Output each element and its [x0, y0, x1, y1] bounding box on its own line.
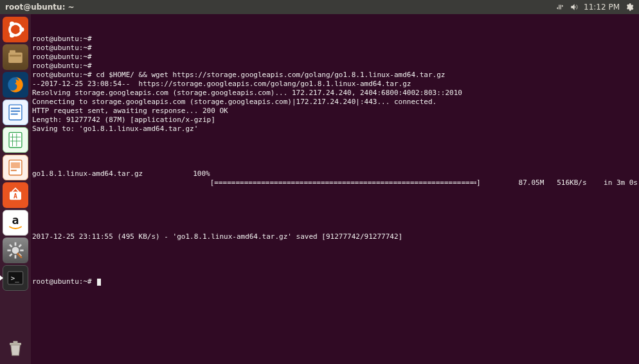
- progress-stats: 87.05M 516KB/s in 3m 0s: [481, 169, 638, 196]
- work-area: A a >_ root@ubuntu:~#root@ubuntu:~#root@…: [0, 14, 639, 364]
- launcher-trash[interactable]: [3, 336, 28, 361]
- launcher-software-center[interactable]: A: [3, 182, 28, 208]
- launcher-settings[interactable]: [3, 238, 28, 263]
- network-icon[interactable]: [555, 3, 564, 12]
- top-menubar: root@ubuntu: ~ 11:12 PM: [0, 0, 639, 14]
- terminal-line: root@ubuntu:~#: [32, 44, 638, 53]
- svg-rect-11: [11, 114, 18, 115]
- terminal-line: HTTP request sent, awaiting response... …: [32, 107, 638, 116]
- launcher-impress[interactable]: [3, 155, 28, 180]
- session-gear-icon[interactable]: [625, 3, 634, 12]
- terminal-line: root@ubuntu:~# cd $HOME/ && wget https:/…: [32, 71, 638, 80]
- svg-line-31: [10, 254, 12, 256]
- terminal-prompt-line: root@ubuntu:~#: [32, 277, 638, 286]
- terminal-line: 2017-12-25 23:11:55 (495 KB/s) - 'go1.8.…: [32, 232, 638, 241]
- launcher-firefox[interactable]: [3, 72, 28, 98]
- terminal-line: Resolving storage.googleapis.com (storag…: [32, 89, 638, 98]
- sound-icon[interactable]: [570, 3, 579, 12]
- svg-rect-8: [9, 105, 22, 119]
- svg-text:a: a: [12, 213, 19, 227]
- launcher-amazon[interactable]: a: [3, 210, 28, 236]
- launcher-writer[interactable]: [3, 100, 28, 125]
- terminal-line: Connecting to storage.googleapis.com (st…: [32, 98, 638, 107]
- svg-rect-35: [13, 341, 17, 343]
- svg-text:>_: >_: [11, 274, 19, 282]
- terminal-line: root@ubuntu:~#: [32, 62, 638, 71]
- svg-text:A: A: [14, 193, 17, 200]
- svg-point-1: [19, 27, 24, 31]
- terminal-line: root@ubuntu:~#: [32, 35, 638, 44]
- terminal-line: Saving to: 'go1.8.1.linux-amd64.tar.gz': [32, 125, 638, 134]
- svg-point-2: [10, 21, 14, 26]
- launcher-ubuntu-dash[interactable]: [3, 17, 28, 42]
- wget-progress-line: go1.8.1.linux-amd64.tar.gz 100% [ ======…: [32, 169, 638, 196]
- terminal-line: --2017-12-25 23:08:54-- https://storage.…: [32, 80, 638, 89]
- svg-rect-18: [11, 162, 20, 168]
- svg-rect-5: [10, 50, 15, 53]
- launcher-calc[interactable]: [3, 127, 28, 153]
- terminal-line: [32, 223, 638, 232]
- terminal-line: Length: 91277742 (87M) [application/x-gz…: [32, 116, 638, 125]
- terminal-line: root@ubuntu:~#: [32, 53, 638, 62]
- svg-rect-4: [8, 53, 22, 63]
- svg-line-30: [19, 245, 21, 247]
- svg-rect-34: [10, 343, 21, 345]
- clock[interactable]: 11:12 PM: [584, 3, 620, 12]
- progress-bar: [ ======================================…: [210, 169, 481, 196]
- launcher-files[interactable]: [3, 44, 28, 70]
- progress-filename: go1.8.1.linux-amd64.tar.gz: [32, 169, 143, 196]
- cursor-block: [97, 279, 101, 286]
- unity-launcher: A a >_: [0, 14, 31, 364]
- svg-rect-12: [9, 132, 22, 147]
- svg-point-3: [10, 33, 14, 37]
- svg-rect-6: [10, 55, 21, 56]
- svg-rect-9: [11, 108, 20, 109]
- window-title: root@ubuntu: ~: [5, 3, 550, 12]
- terminal-pane[interactable]: root@ubuntu:~#root@ubuntu:~#root@ubuntu:…: [31, 14, 639, 364]
- progress-percent: 100%: [143, 169, 210, 196]
- svg-rect-19: [11, 170, 17, 171]
- launcher-terminal[interactable]: >_: [3, 265, 28, 291]
- svg-rect-10: [11, 110, 20, 112]
- terminal-line: [32, 134, 638, 143]
- terminal-line: [32, 241, 638, 250]
- svg-line-28: [10, 245, 12, 247]
